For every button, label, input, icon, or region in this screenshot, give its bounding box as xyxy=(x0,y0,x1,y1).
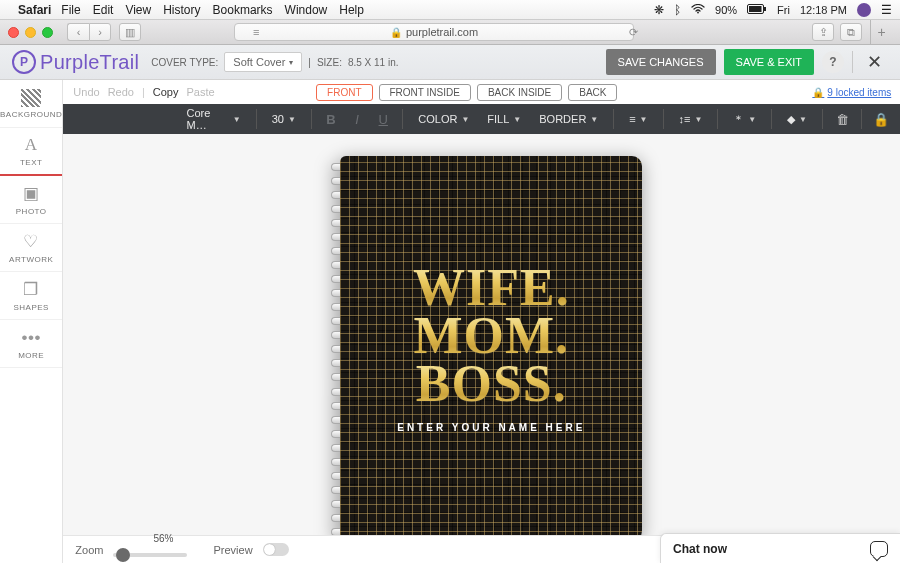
page-side-tabs: FRONT FRONT INSIDE BACK INSIDE BACK xyxy=(316,84,617,101)
menubar-app[interactable]: Safari xyxy=(18,3,51,17)
fill-select[interactable]: FILL▼ xyxy=(481,108,527,130)
color-select[interactable]: COLOR▼ xyxy=(412,108,475,130)
menu-bookmarks[interactable]: Bookmarks xyxy=(213,3,273,17)
preview-toggle[interactable] xyxy=(263,543,289,556)
chevron-down-icon: ▼ xyxy=(233,115,241,124)
chevron-down-icon: ▼ xyxy=(748,115,756,124)
save-changes-button[interactable]: SAVE CHANGES xyxy=(606,49,716,75)
layers-icon: ◆ xyxy=(787,113,795,126)
rail-shapes[interactable]: ❐SHAPES xyxy=(0,272,62,320)
line-height-icon: ↕≡ xyxy=(678,113,690,125)
border-select[interactable]: BORDER▼ xyxy=(533,108,604,130)
italic-button[interactable]: I xyxy=(347,108,367,130)
underline-button[interactable]: U xyxy=(373,108,393,130)
cover-type-select[interactable]: Soft Cover ▾ xyxy=(224,52,302,72)
brand-logo[interactable]: P PurpleTrail xyxy=(12,50,139,74)
new-tab-button[interactable]: + xyxy=(870,20,892,45)
menu-window[interactable]: Window xyxy=(285,3,328,17)
planner-cover[interactable]: WIFE. MOM. BOSS. ENTER YOUR NAME HERE xyxy=(340,156,642,541)
help-button[interactable]: ? xyxy=(822,51,844,73)
chevron-down-icon: ▼ xyxy=(461,115,469,124)
safari-toolbar: ‹ › ▥ ≡ 🔒 purpletrail.com ⟳ ⇪ ⧉ + xyxy=(0,20,900,45)
address-bar[interactable]: ≡ 🔒 purpletrail.com ⟳ xyxy=(234,23,634,41)
chevron-down-icon: ▼ xyxy=(590,115,598,124)
bluetooth-icon[interactable]: ᛒ xyxy=(674,3,681,17)
forward-button[interactable]: › xyxy=(89,23,111,41)
battery-icon[interactable] xyxy=(747,3,767,17)
svg-rect-2 xyxy=(764,7,766,11)
photo-icon: ▣ xyxy=(23,183,40,204)
rail-text[interactable]: ATEXT xyxy=(0,128,62,176)
chat-bubble-icon xyxy=(870,541,888,557)
locked-count: 9 locked items xyxy=(827,87,891,98)
brand-name: PurpleTrail xyxy=(40,51,139,74)
name-input-placeholder[interactable]: ENTER YOUR NAME HERE xyxy=(397,422,585,433)
align-select[interactable]: ≡▼ xyxy=(623,108,653,130)
tab-front-inside[interactable]: FRONT INSIDE xyxy=(379,84,471,101)
url-host: purpletrail.com xyxy=(406,26,478,38)
menu-view[interactable]: View xyxy=(125,3,151,17)
close-button[interactable]: ✕ xyxy=(861,51,888,73)
app-header: P PurpleTrail COVER TYPE: Soft Cover ▾ |… xyxy=(0,45,900,80)
copy-button[interactable]: Copy xyxy=(153,86,179,98)
layers-select[interactable]: ◆▼ xyxy=(781,108,813,130)
tabs-button[interactable]: ⧉ xyxy=(840,23,862,41)
svg-point-0 xyxy=(697,11,699,13)
battery-percent: 90% xyxy=(715,4,737,16)
text-icon: A xyxy=(25,135,38,155)
reload-icon[interactable]: ⟳ xyxy=(629,26,638,39)
close-window-icon[interactable] xyxy=(8,27,19,38)
menu-edit[interactable]: Edit xyxy=(93,3,114,17)
chat-widget[interactable]: Chat now xyxy=(660,533,900,563)
rail-artwork[interactable]: ♡ARTWORK xyxy=(0,224,62,272)
cover-line-3[interactable]: BOSS. xyxy=(416,360,567,408)
rail-label: BACKGROUND xyxy=(0,110,62,119)
font-select[interactable]: Core M…▼ xyxy=(180,108,246,130)
share-button[interactable]: ⇪ xyxy=(812,23,834,41)
font-size-select[interactable]: 30▼ xyxy=(266,108,302,130)
paste-button[interactable]: Paste xyxy=(186,86,214,98)
line-height-select[interactable]: ↕≡▼ xyxy=(672,108,708,130)
user-avatar-icon[interactable] xyxy=(857,3,871,17)
save-exit-button[interactable]: SAVE & EXIT xyxy=(724,49,814,75)
menu-extra-icon[interactable]: ☰ xyxy=(881,3,892,17)
rail-background[interactable]: BACKGROUND xyxy=(0,80,62,128)
slider-thumb[interactable] xyxy=(116,548,130,562)
arrange-icon: ＊ xyxy=(733,112,744,127)
arrange-select[interactable]: ＊▼ xyxy=(727,108,762,130)
chat-label: Chat now xyxy=(673,542,727,556)
design-canvas[interactable]: WIFE. MOM. BOSS. ENTER YOUR NAME HERE xyxy=(63,134,900,563)
undo-button[interactable]: Undo xyxy=(73,86,99,98)
tab-back[interactable]: BACK xyxy=(568,84,617,101)
menu-history[interactable]: History xyxy=(163,3,200,17)
nav-buttons: ‹ › xyxy=(67,23,111,41)
reader-icon[interactable]: ≡ xyxy=(253,26,259,38)
bold-button[interactable]: B xyxy=(321,108,341,130)
locked-items-link[interactable]: 🔒 9 locked items xyxy=(812,87,891,98)
rail-more[interactable]: •••MORE xyxy=(0,320,62,368)
sidebar-button[interactable]: ▥ xyxy=(119,23,141,41)
tab-back-inside[interactable]: BACK INSIDE xyxy=(477,84,562,101)
lock-button[interactable]: 🔒 xyxy=(871,108,891,130)
zoom-slider[interactable] xyxy=(113,553,187,557)
menu-help[interactable]: Help xyxy=(339,3,364,17)
left-rail: BACKGROUND ATEXT ▣PHOTO ♡ARTWORK ❐SHAPES… xyxy=(0,80,63,563)
back-button[interactable]: ‹ xyxy=(67,23,89,41)
minimize-window-icon[interactable] xyxy=(25,27,36,38)
menu-file[interactable]: File xyxy=(61,3,80,17)
zoom-window-icon[interactable] xyxy=(42,27,53,38)
chevron-down-icon: ▼ xyxy=(694,115,702,124)
menubar-day: Fri xyxy=(777,4,790,16)
delete-button[interactable]: 🗑 xyxy=(832,108,852,130)
format-toolbar: Core M…▼ 30▼ B I U COLOR▼ FILL▼ BORDER▼ … xyxy=(63,104,900,134)
cover-line-2[interactable]: MOM. xyxy=(414,312,570,360)
cover-line-1[interactable]: WIFE. xyxy=(413,264,570,312)
redo-button[interactable]: Redo xyxy=(108,86,134,98)
rail-photo[interactable]: ▣PHOTO xyxy=(0,176,62,224)
planner-preview: WIFE. MOM. BOSS. ENTER YOUR NAME HERE xyxy=(322,156,642,541)
tab-front[interactable]: FRONT xyxy=(316,84,372,101)
wifi-icon[interactable] xyxy=(691,3,705,17)
cover-meta: COVER TYPE: Soft Cover ▾ | SIZE: 8.5 X 1… xyxy=(151,52,398,72)
weather-icon[interactable]: ❋ xyxy=(654,3,664,17)
zoom-label: Zoom xyxy=(75,544,103,556)
